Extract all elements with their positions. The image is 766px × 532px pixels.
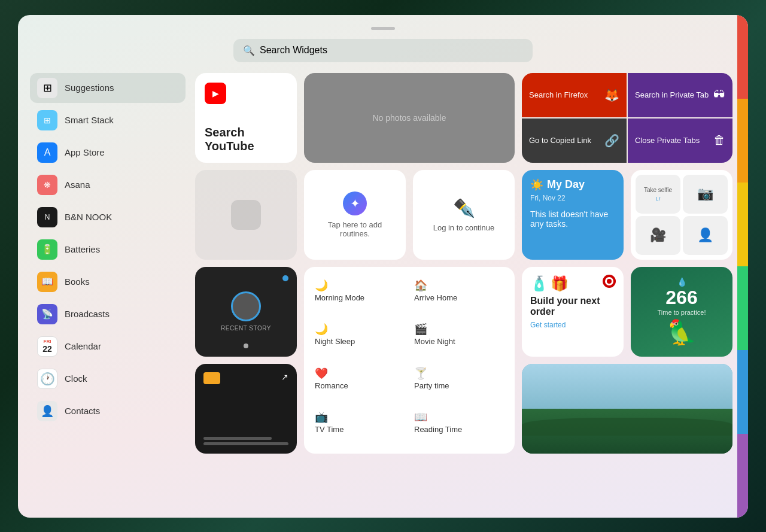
sidebar: ⊞ Suggestions ⊞ Smart Stack A App Store … xyxy=(30,73,186,506)
target-product-2: 🎁 xyxy=(551,275,569,292)
shortcut-reading-time[interactable]: 📖 Reading Time xyxy=(411,406,507,446)
broadcasts-icon: 📡 xyxy=(37,304,57,324)
widget-login[interactable]: ✒️ Log in to continue xyxy=(413,170,515,260)
asana-icon: ❋ xyxy=(37,175,57,195)
widget-shortcuts[interactable]: ✦ Tap here to add routines. xyxy=(304,170,406,260)
suggestions-icon: ⊞ xyxy=(37,78,57,98)
duolingo-text: Time to practice! xyxy=(658,309,706,316)
party-time-icon: 🍸 xyxy=(414,367,504,380)
party-time-label: Party time xyxy=(414,381,504,390)
sidebar-item-smart-stack[interactable]: ⊞ Smart Stack xyxy=(30,105,186,135)
widget-myday[interactable]: ☀️ My Day Fri, Nov 22 This list doesn't … xyxy=(522,170,624,260)
sidebar-item-suggestions[interactable]: ⊞ Suggestions xyxy=(30,73,186,103)
lr-label: Lr xyxy=(655,196,660,202)
clock-icon: 🕐 xyxy=(37,369,57,389)
widget-photos[interactable]: No photos available xyxy=(304,73,515,163)
sidebar-label-suggestions: Suggestions xyxy=(65,83,114,93)
firefox-search-label: Search in Firefox xyxy=(529,90,588,99)
shortcut-tv-time[interactable]: 📺 TV Time xyxy=(311,406,408,446)
firefox-copied-label: Go to Copied Link xyxy=(529,136,591,145)
firefox-private-label: Search in Private Tab xyxy=(635,90,709,99)
youtube-icon: ▶ xyxy=(205,83,226,104)
morning-mode-icon: 🌙 xyxy=(315,279,405,292)
sidebar-label-app-store: App Store xyxy=(65,147,105,157)
widget-duolingo[interactable]: 💧 266 Time to practice! 🦜 xyxy=(631,267,732,357)
batteries-icon: 🔋 xyxy=(37,239,57,260)
story-live-dot xyxy=(282,275,288,281)
take-selfie-button[interactable]: Take selfie Lr xyxy=(636,175,680,214)
camera-alt-button[interactable]: 🎥 xyxy=(636,216,680,255)
romance-icon: ❤️ xyxy=(315,367,405,380)
calendar-icon: FRI 22 xyxy=(37,336,57,357)
wallet-app-icon: ↗ xyxy=(281,372,288,384)
sidebar-item-clock[interactable]: 🕐 Clock xyxy=(30,364,186,394)
sidebar-item-asana[interactable]: ❋ Asana xyxy=(30,170,186,200)
myday-header: ☀️ My Day xyxy=(530,178,615,191)
widget-youtube[interactable]: ▶ Search YouTube xyxy=(195,73,297,163)
shortcut-party-time[interactable]: 🍸 Party time xyxy=(411,362,507,403)
sidebar-item-app-store[interactable]: A App Store xyxy=(30,138,186,168)
sidebar-label-clock: Clock xyxy=(65,373,87,384)
firefox-close-button[interactable]: Close Private Tabs 🗑 xyxy=(628,118,732,163)
target-subtitle: Get started xyxy=(530,321,615,329)
nook-icon: N xyxy=(37,207,57,227)
shortcut-morning-mode[interactable]: 🌙 Morning Mode xyxy=(311,274,408,315)
shortcut-romance[interactable]: ❤️ Romance xyxy=(311,362,408,403)
tv-time-label: TV Time xyxy=(315,425,405,434)
sidebar-item-contacts[interactable]: 👤 Contacts xyxy=(30,396,186,426)
sidebar-item-calendar[interactable]: FRI 22 Calendar xyxy=(30,332,186,361)
drop-icon: 💧 xyxy=(677,277,687,287)
books-icon: 📖 xyxy=(37,272,57,292)
wallet-top: ↗ xyxy=(203,372,288,384)
firefox-copied-button[interactable]: Go to Copied Link 🔗 xyxy=(522,118,627,163)
sidebar-label-batteries: Batteries xyxy=(65,244,100,254)
shortcut-night-sleep[interactable]: 🌙 Night Sleep xyxy=(311,318,408,358)
story-label: RECENT STORY xyxy=(221,325,271,332)
widget-story[interactable]: RECENT STORY xyxy=(195,267,297,357)
sidebar-label-contacts: Contacts xyxy=(65,406,100,416)
shortcuts-text: Tap here to add routines. xyxy=(314,220,396,238)
photos-no-content-label: No photos available xyxy=(373,113,446,123)
firefox-private-button[interactable]: Search in Private Tab 🕶 xyxy=(628,73,732,117)
search-widgets-placeholder: Search Widgets xyxy=(260,45,327,56)
widget-wallet[interactable]: ↗ xyxy=(195,364,297,454)
color-bar-purple xyxy=(737,434,748,518)
sidebar-label-books: Books xyxy=(65,276,90,287)
sidebar-label-calendar: Calendar xyxy=(65,341,101,351)
login-icon: ✒️ xyxy=(453,197,475,218)
wallet-bars xyxy=(203,437,288,445)
target-logo xyxy=(602,274,616,291)
sidebar-item-broadcasts[interactable]: 📡 Broadcasts xyxy=(30,299,186,329)
contacts-icon: 👤 xyxy=(37,401,57,421)
tv-time-icon: 📺 xyxy=(315,411,405,424)
search-widgets-bar[interactable]: 🔍 Search Widgets xyxy=(233,39,533,62)
color-bar-blue xyxy=(737,350,748,434)
romance-label: Romance xyxy=(315,381,405,390)
duolingo-bird-icon: 🦜 xyxy=(667,318,697,346)
svg-point-2 xyxy=(607,279,612,284)
myday-title: My Day xyxy=(547,178,585,191)
main-panel: 🔍 Search Widgets ⊞ Suggestions ⊞ Smart S… xyxy=(18,15,748,518)
arrive-home-icon: 🏠 xyxy=(414,279,504,292)
sidebar-label-broadcasts: Broadcasts xyxy=(65,309,110,319)
search-icon: 🔍 xyxy=(243,45,255,56)
selfie-label: Take selfie xyxy=(644,187,672,193)
movie-night-icon: 🎬 xyxy=(414,323,504,336)
camera-button[interactable]: 📷 xyxy=(683,175,728,214)
myday-tasks: This list doesn't have any tasks. xyxy=(530,209,615,229)
portrait-button[interactable]: 👤 xyxy=(683,216,728,255)
widget-shortcuts-list: 🌙 Morning Mode 🏠 Arrive Home 🌙 Night Sle… xyxy=(304,267,515,454)
sidebar-item-batteries[interactable]: 🔋 Batteries xyxy=(30,235,186,265)
firefox-search-button[interactable]: Search in Firefox 🦊 xyxy=(522,73,627,117)
wallet-card-icon xyxy=(203,372,220,384)
duolingo-count: 266 xyxy=(665,287,697,309)
sidebar-label-nook: B&N NOOK xyxy=(65,212,112,222)
wallet-bar-2 xyxy=(203,442,288,445)
widget-landscape[interactable]: 🚣 xyxy=(522,364,732,454)
widget-target[interactable]: 🧴 🎁 Build your next order Get started xyxy=(522,267,624,357)
sidebar-item-nook[interactable]: N B&N NOOK xyxy=(30,202,186,232)
portrait-icon: 👤 xyxy=(697,227,713,243)
shortcut-movie-night[interactable]: 🎬 Movie Night xyxy=(411,318,507,358)
sidebar-item-books[interactable]: 📖 Books xyxy=(30,267,186,297)
shortcut-arrive-home[interactable]: 🏠 Arrive Home xyxy=(411,274,507,315)
